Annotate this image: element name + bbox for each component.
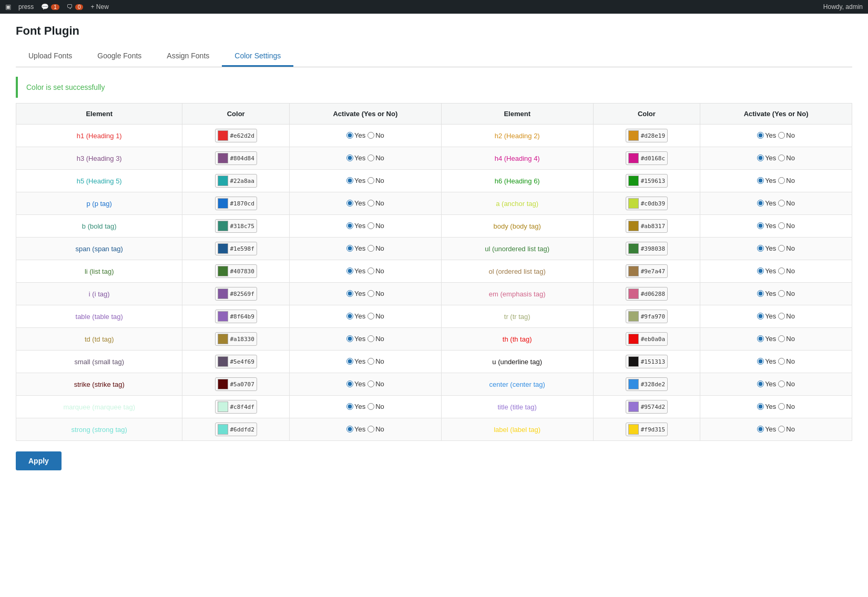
activate-cell[interactable]: Yes No — [289, 215, 441, 238]
table-row: td (td tag) #a18330 Yes No th (th tag) #… — [16, 328, 852, 351]
color-cell[interactable]: #6ddfd2 — [182, 418, 290, 441]
element-name: th (th tag) — [441, 328, 593, 351]
element-name: em (emphasis tag) — [441, 283, 593, 305]
success-message: Color is set successfully — [16, 77, 852, 98]
tab-assign-fonts[interactable]: Assign Fonts — [154, 46, 222, 67]
color-cell[interactable]: #8f64b9 — [182, 305, 290, 328]
page-wrap: Font Plugin Upload Fonts Google Fonts As… — [0, 14, 868, 597]
activate-cell[interactable]: Yes No — [289, 260, 441, 283]
activate-cell[interactable]: Yes No — [700, 305, 852, 328]
activate-cell[interactable]: Yes No — [289, 351, 441, 373]
activate-cell[interactable]: Yes No — [700, 373, 852, 396]
element-name: tr (tr tag) — [441, 305, 593, 328]
activate-cell[interactable]: Yes No — [289, 396, 441, 418]
color-cell[interactable]: #ab8317 — [593, 215, 700, 238]
color-cell[interactable]: #22a8aa — [182, 170, 290, 192]
color-cell[interactable]: #407830 — [182, 260, 290, 283]
tab-google-fonts[interactable]: Google Fonts — [85, 46, 154, 67]
color-cell[interactable]: #9574d2 — [593, 396, 700, 418]
color-cell[interactable]: #d0168c — [593, 147, 700, 170]
table-row: i (i tag) #82569f Yes No em (emphasis ta… — [16, 283, 852, 305]
activate-cell[interactable]: Yes No — [289, 373, 441, 396]
color-cell[interactable]: #1870cd — [182, 192, 290, 215]
element-name: h3 (Heading 3) — [16, 147, 182, 170]
element-name: table (table tag) — [16, 305, 182, 328]
element-name: u (underline tag) — [441, 351, 593, 373]
activate-cell[interactable]: Yes No — [700, 238, 852, 260]
activate-cell[interactable]: Yes No — [700, 328, 852, 351]
activate-cell[interactable]: Yes No — [289, 147, 441, 170]
color-table: Element Color Activate (Yes or No) Eleme… — [16, 103, 852, 441]
color-cell[interactable]: #5a0707 — [182, 373, 290, 396]
element-name: strike (strike tag) — [16, 373, 182, 396]
activate-cell[interactable]: Yes No — [289, 305, 441, 328]
color-cell[interactable]: #c0db39 — [593, 192, 700, 215]
admin-bar: ▣ press 💬 1 🗨 0 + New Howdy, admin — [0, 0, 868, 14]
color-cell[interactable]: #804d84 — [182, 147, 290, 170]
color-cell[interactable]: #d06288 — [593, 283, 700, 305]
color-cell[interactable]: #e62d2d — [182, 125, 290, 147]
element-name: p (p tag) — [16, 192, 182, 215]
element-name: center (center tag) — [441, 373, 593, 396]
admin-bar-bubbles[interactable]: 🗨 0 — [67, 3, 84, 11]
activate-cell[interactable]: Yes No — [700, 170, 852, 192]
activate-cell[interactable]: Yes No — [700, 396, 852, 418]
color-cell[interactable]: #d28e19 — [593, 125, 700, 147]
element-name: b (bold tag) — [16, 215, 182, 238]
admin-bar-user-greeting: Howdy, admin — [823, 3, 863, 11]
tab-upload-fonts[interactable]: Upload Fonts — [16, 46, 85, 67]
color-cell[interactable]: #9fa970 — [593, 305, 700, 328]
wordpress-logo[interactable]: ▣ — [5, 3, 11, 11]
activate-cell[interactable]: Yes No — [289, 192, 441, 215]
activate-cell[interactable]: Yes No — [700, 418, 852, 441]
element-name: strong (strong tag) — [16, 418, 182, 441]
admin-bar-new[interactable]: + New — [90, 3, 108, 11]
apply-button[interactable]: Apply — [16, 451, 62, 470]
col-activate-right: Activate (Yes or No) — [700, 104, 852, 125]
color-cell[interactable]: #1e598f — [182, 238, 290, 260]
color-cell[interactable]: #82569f — [182, 283, 290, 305]
activate-cell[interactable]: Yes No — [700, 351, 852, 373]
color-cell[interactable]: #328de2 — [593, 373, 700, 396]
col-element-right: Element — [441, 104, 593, 125]
col-color-right: Color — [593, 104, 700, 125]
table-row: li (list tag) #407830 Yes No ol (ordered… — [16, 260, 852, 283]
activate-cell[interactable]: Yes No — [700, 147, 852, 170]
activate-cell[interactable]: Yes No — [700, 125, 852, 147]
table-row: strike (strike tag) #5a0707 Yes No cente… — [16, 373, 852, 396]
element-name: title (title tag) — [441, 396, 593, 418]
element-name: h2 (Heading 2) — [441, 125, 593, 147]
table-row: p (p tag) #1870cd Yes No a (anchor tag) … — [16, 192, 852, 215]
admin-bar-site[interactable]: press — [18, 3, 34, 11]
activate-cell[interactable]: Yes No — [700, 283, 852, 305]
color-cell[interactable]: #9e7a47 — [593, 260, 700, 283]
color-cell[interactable]: #318c75 — [182, 215, 290, 238]
activate-cell[interactable]: Yes No — [700, 260, 852, 283]
activate-cell[interactable]: Yes No — [289, 238, 441, 260]
table-row: h3 (Heading 3) #804d84 Yes No h4 (Headin… — [16, 147, 852, 170]
color-cell[interactable]: #398038 — [593, 238, 700, 260]
color-cell[interactable]: #a18330 — [182, 328, 290, 351]
color-cell[interactable]: #f9d315 — [593, 418, 700, 441]
activate-cell[interactable]: Yes No — [289, 328, 441, 351]
activate-cell[interactable]: Yes No — [289, 125, 441, 147]
tab-color-settings[interactable]: Color Settings — [222, 46, 293, 67]
element-name: h5 (Heading 5) — [16, 170, 182, 192]
color-cell[interactable]: #eb0a0a — [593, 328, 700, 351]
color-cell[interactable]: #151313 — [593, 351, 700, 373]
activate-cell[interactable]: Yes No — [289, 418, 441, 441]
activate-cell[interactable]: Yes No — [700, 192, 852, 215]
color-cell[interactable]: #159613 — [593, 170, 700, 192]
table-row: h1 (Heading 1) #e62d2d Yes No h2 (Headin… — [16, 125, 852, 147]
color-cell[interactable]: #5e4f69 — [182, 351, 290, 373]
activate-cell[interactable]: Yes No — [289, 170, 441, 192]
comments-badge: 1 — [51, 4, 59, 10]
table-row: table (table tag) #8f64b9 Yes No tr (tr … — [16, 305, 852, 328]
admin-bar-comments[interactable]: 💬 1 — [41, 3, 59, 11]
table-row: strong (strong tag) #6ddfd2 Yes No label… — [16, 418, 852, 441]
activate-cell[interactable]: Yes No — [289, 283, 441, 305]
activate-cell[interactable]: Yes No — [700, 215, 852, 238]
table-row: h5 (Heading 5) #22a8aa Yes No h6 (Headin… — [16, 170, 852, 192]
color-cell[interactable]: #c8f4df — [182, 396, 290, 418]
element-name: i (i tag) — [16, 283, 182, 305]
